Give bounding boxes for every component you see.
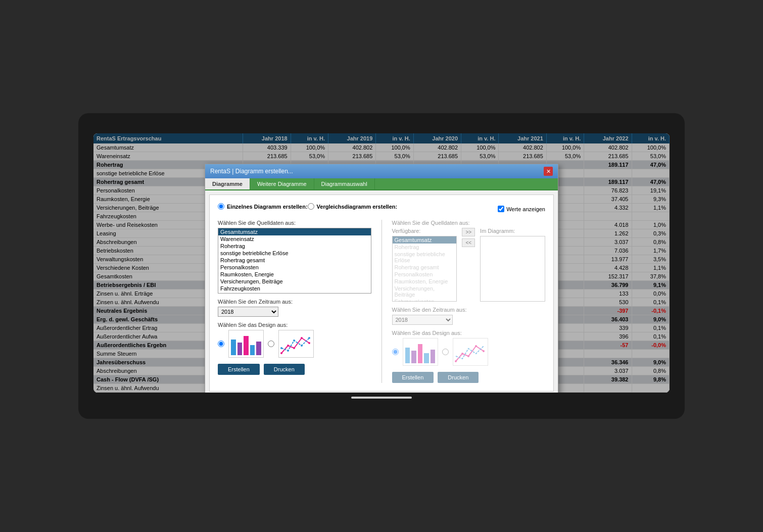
bar4 (250, 345, 255, 355)
single-line-chart-preview[interactable] (278, 330, 314, 358)
compare-design-label: Wählen Sie das Design aus: (392, 330, 546, 336)
bar2 (237, 343, 243, 355)
single-design-label: Wählen Sie das Design aus: (218, 322, 371, 328)
list-item: Gesamtumsatz (393, 236, 457, 244)
single-design-radio-bar[interactable] (218, 341, 224, 347)
compare-in-diagram-col: Im Diagramm: (480, 228, 545, 302)
single-design-radio-line[interactable] (268, 341, 274, 347)
cbar3 (418, 344, 423, 363)
show-values-checkbox[interactable] (498, 206, 504, 212)
cbar4 (424, 353, 429, 363)
svg-point-9 (308, 337, 310, 339)
single-listbox-container: GesamtumsatzWareneinsatzRohertragsonstig… (218, 228, 371, 294)
source-label-single: Wählen Sie die Quelldaten aus: (218, 220, 371, 226)
cbar5 (431, 350, 436, 363)
dialog-close-button[interactable]: ✕ (544, 167, 553, 176)
single-bar-chart-preview[interactable] (228, 330, 264, 358)
list-item[interactable]: Gesamtumsatz (218, 228, 371, 235)
single-time-row: Wählen Sie den Zeitraum aus: 2018 (218, 299, 371, 317)
svg-point-6 (287, 350, 289, 352)
dialog-header-row: Einzelnes Diagramm erstellen: Vergleichs… (218, 203, 545, 215)
compare-design-radio-line (442, 349, 449, 355)
dialog-titlebar: RentaS | Diagramm erstellen... ✕ (205, 164, 558, 178)
single-time-select[interactable]: 2018 (218, 307, 278, 317)
list-item: Personalkosten (393, 271, 457, 278)
compare-bar-chart-preview (403, 338, 438, 366)
compare-diagram-col: Wählen Sie die Quelldaten aus: Verfügbar… (392, 220, 546, 383)
remove-arrow-button[interactable]: << (462, 238, 475, 247)
dialog-body: Einzelnes Diagramm erstellen: Vergleichs… (209, 195, 554, 392)
list-item[interactable]: sonstige betriebliche Erlöse (218, 250, 371, 257)
compare-radio[interactable] (308, 203, 314, 210)
svg-point-4 (308, 342, 310, 344)
svg-point-5 (280, 347, 282, 349)
single-design-row (218, 330, 371, 358)
list-item: Raumkosten, Energie (393, 278, 457, 285)
bar3 (244, 336, 249, 355)
list-item[interactable]: Rohertrag (218, 243, 371, 250)
dialog-overlay: RentaS | Diagramm erstellen... ✕ Diagram… (93, 133, 670, 393)
list-item: Rohertrag (393, 244, 457, 251)
list-item[interactable]: Wareneinsatz (218, 235, 371, 243)
add-arrow-button[interactable]: >> (462, 228, 475, 236)
source-label-compare: Wählen Sie die Quelldaten aus: (392, 220, 546, 226)
single-radio-label[interactable]: Einzelnes Diagramm erstellen: (218, 203, 308, 210)
dialog-tabs: Diagramme Weitere Diagramme Diagrammausw… (205, 178, 558, 190)
device-frame: RentaS Ertragsvorschau Jahr 2018 in v. H… (78, 113, 685, 419)
compare-design-section: Wählen Sie das Design aus: (392, 330, 546, 366)
compare-time-label: Wählen Sie den Zeitraum aus: (392, 307, 546, 313)
compare-print-button: Drucken (438, 372, 479, 383)
list-item[interactable]: Werbe- und Reisekosten (218, 292, 371, 294)
available-label: Verfügbare: (392, 228, 457, 234)
screen: RentaS Ertragsvorschau Jahr 2018 in v. H… (93, 133, 670, 393)
single-diagram-col: Wählen Sie die Quelldaten aus: Gesamtums… (218, 220, 382, 383)
tab-diagrammauswahl[interactable]: Diagrammauswahl (314, 178, 375, 189)
list-item[interactable]: Fahrzeugkosten (218, 285, 371, 292)
list-item: Fahrzeugkosten (393, 298, 457, 302)
show-values-label[interactable]: Werte anzeigen (498, 206, 545, 212)
dialog-title: RentaS | Diagramm erstellen... (210, 168, 293, 175)
svg-point-14 (483, 350, 485, 352)
list-item[interactable]: Versicherungen, Beiträge (218, 278, 371, 285)
single-radio[interactable] (218, 203, 224, 210)
compare-line-chart-preview (453, 338, 488, 366)
compare-listboxes-row: Verfügbare: GesamtumsatzRohertragsonstig… (392, 228, 546, 302)
svg-point-2 (293, 347, 295, 349)
dialog-section: Wählen Sie die Quelldaten aus: Gesamtums… (218, 220, 545, 383)
compare-time-row: Wählen Sie den Zeitraum aus: 2018 (392, 307, 546, 325)
tab-diagramme[interactable]: Diagramme (205, 178, 250, 189)
cbar1 (405, 348, 410, 364)
bar5 (256, 342, 261, 355)
svg-point-11 (461, 353, 463, 355)
in-diagram-label: Im Diagramm: (480, 228, 545, 234)
arrow-buttons: >> << (459, 228, 478, 247)
list-item: Rohertrag gesamt (393, 264, 457, 271)
compare-create-button: Erstellen (392, 372, 434, 383)
single-print-button[interactable]: Drucken (264, 364, 305, 375)
compare-footer: Erstellen Drucken (392, 372, 546, 383)
compare-time-select: 2018 (392, 315, 453, 325)
compare-available-listbox: GesamtumsatzRohertragsonstige betrieblic… (392, 236, 457, 302)
list-item: Versicherungen, Beiträge (393, 285, 457, 298)
list-item[interactable]: Personalkosten (218, 264, 371, 271)
compare-radio-label[interactable]: Vergleichsdiagramm erstellen: (308, 203, 398, 210)
svg-point-8 (301, 345, 303, 347)
tab-weitere-diagramme[interactable]: Weitere Diagramme (250, 178, 314, 189)
single-create-button[interactable]: Erstellen (218, 364, 260, 375)
svg-point-13 (475, 345, 477, 347)
compare-in-listbox (480, 236, 545, 302)
single-footer: Erstellen Drucken (218, 364, 371, 375)
svg-point-1 (287, 345, 289, 347)
compare-design-radio-bar (392, 349, 399, 355)
list-item[interactable]: Raumkosten, Energie (218, 271, 371, 278)
single-listbox[interactable]: GesamtumsatzWareneinsatzRohertragsonstig… (218, 228, 371, 294)
single-design-section: Wählen Sie das Design aus: (218, 322, 371, 358)
bar1 (231, 340, 236, 356)
compare-available-col: Verfügbare: GesamtumsatzRohertragsonstig… (392, 228, 457, 302)
svg-point-0 (280, 352, 282, 354)
svg-point-12 (467, 355, 469, 357)
compare-design-row (392, 338, 546, 366)
list-item[interactable]: Rohertrag gesamt (218, 257, 371, 264)
svg-point-10 (455, 360, 457, 362)
dialog: RentaS | Diagramm erstellen... ✕ Diagram… (205, 164, 558, 393)
